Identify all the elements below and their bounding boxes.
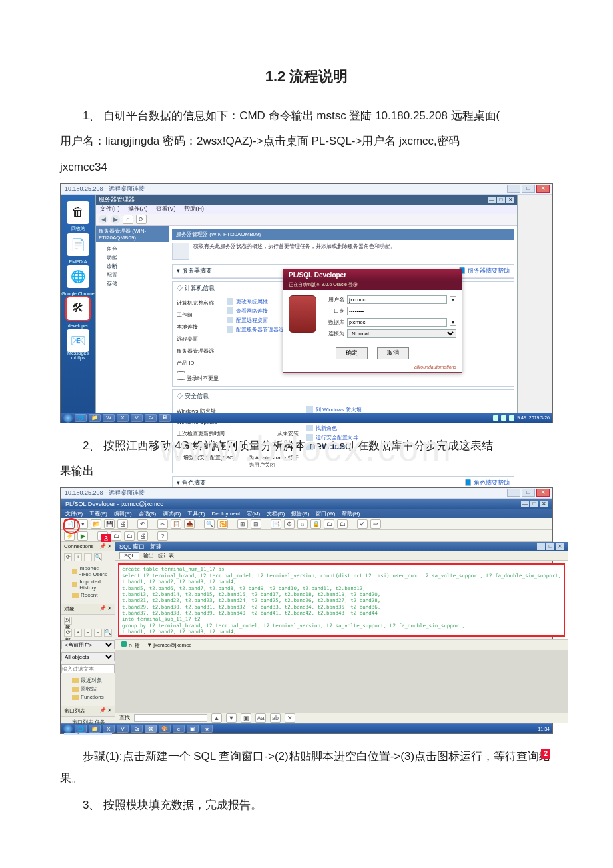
task-app[interactable]: ★ xyxy=(201,725,213,733)
tab-output[interactable]: 输出 xyxy=(143,552,154,559)
user-input[interactable] xyxy=(347,295,447,304)
task-explorer[interactable]: 📁 xyxy=(89,725,101,733)
find-opt-icon[interactable]: ab xyxy=(270,713,281,723)
search-icon[interactable]: 🔍 xyxy=(104,629,112,637)
tree-item[interactable]: Imported History xyxy=(64,578,112,591)
nav-back-icon[interactable]: ◀ xyxy=(99,215,108,224)
find-opt-icon[interactable]: ▣ xyxy=(241,713,251,723)
db-input[interactable] xyxy=(347,318,447,327)
add-icon[interactable]: + xyxy=(74,629,82,637)
minimize-button[interactable]: — xyxy=(507,489,520,497)
pin-icon[interactable]: 📌 ✕ xyxy=(99,543,112,549)
tray-icon[interactable] xyxy=(501,415,506,421)
find-input[interactable] xyxy=(134,714,207,722)
filter-input[interactable] xyxy=(61,664,115,673)
refresh-icon[interactable]: ⟳ xyxy=(64,553,72,561)
menu-file[interactable]: 文件(F) xyxy=(100,205,120,213)
login-ok-button[interactable]: 确定 xyxy=(336,347,368,359)
find-next-icon[interactable]: ▼ xyxy=(226,713,237,723)
link-firewall[interactable]: 到 Windows 防火墙 xyxy=(306,406,362,413)
desktop-icon-emedit[interactable]: 📄EMEDIA xyxy=(67,233,89,256)
user-select[interactable]: <当前用户> xyxy=(61,640,115,649)
add-icon[interactable]: + xyxy=(74,553,82,561)
panel-help-link[interactable]: 📘 服务器摘要帮助 xyxy=(458,267,510,275)
server-manager-menu[interactable]: 文件(F) 操作(A) 查看(V) 帮助(H) xyxy=(96,205,517,214)
commit-icon[interactable]: ✔ xyxy=(357,519,368,529)
plsql-menubar[interactable]: 文件(F) 工程(P) 编辑(E) 会话(S) 调试(D) 工具(T) Depl… xyxy=(61,509,552,518)
task-word[interactable]: W xyxy=(103,414,115,422)
tree-item[interactable]: 功能 xyxy=(100,253,165,262)
cut-icon[interactable]: ✂ xyxy=(157,519,168,529)
task-plsql[interactable]: 🛠 xyxy=(145,725,157,733)
replace-icon[interactable]: 🔁 xyxy=(217,519,228,529)
find-opt-icon[interactable]: Aa xyxy=(255,713,266,723)
toolbar-icon[interactable]: 🔒 xyxy=(310,519,321,529)
menu-session[interactable]: 会话(S) xyxy=(139,510,157,517)
pass-input[interactable] xyxy=(347,307,456,315)
objects-select[interactable]: All objects xyxy=(61,652,115,661)
nav-up-icon[interactable]: ⌂ xyxy=(123,215,133,224)
desktop-icon-plsql[interactable]: 🛠developer xyxy=(67,297,89,320)
tray-icon[interactable] xyxy=(493,415,498,421)
tree-item[interactable]: 配置 xyxy=(100,271,165,279)
sql-tabs[interactable]: SQL 输出 统计表 xyxy=(115,551,568,561)
paste-icon[interactable]: 📥 xyxy=(184,519,195,529)
menu-help[interactable]: 帮助(H) xyxy=(342,510,360,517)
menu-file[interactable]: 文件(F) xyxy=(65,510,83,517)
pin-icon[interactable]: 📌 ✕ xyxy=(99,605,112,613)
window-buttons[interactable]: —□✕ xyxy=(537,543,564,550)
task-chrome[interactable]: 🌐 xyxy=(75,725,87,733)
toolbar-icon[interactable]: ⌂ xyxy=(297,519,308,529)
start-orb-icon[interactable] xyxy=(63,413,73,423)
tray-icon[interactable] xyxy=(509,415,514,421)
menu-tools[interactable]: 工具(T) xyxy=(187,510,205,517)
server-manager-tree[interactable]: 服务器管理器 (WIN-FTI20AQMB09) 角色 功能 诊断 配置 存储 xyxy=(96,226,169,413)
find-prev-icon[interactable]: ▲ xyxy=(211,713,222,723)
toolbar-icon[interactable]: ⊞ xyxy=(237,519,248,529)
nav-refresh-icon[interactable]: ⟳ xyxy=(136,215,147,224)
minimize-button[interactable]: — xyxy=(507,185,520,193)
login-cancel-button[interactable]: 取消 xyxy=(377,347,409,359)
task-ie[interactable]: e xyxy=(173,725,185,733)
remove-icon[interactable]: − xyxy=(84,553,92,561)
plsql-toolbar-2[interactable]: ⚡ ▶ 🗂 🗂 🗂 🖨 ? xyxy=(61,530,552,542)
sql-editor[interactable]: create table terminal_num_11_17 as selec… xyxy=(118,563,565,637)
new-sql-button[interactable]: 📄 xyxy=(64,519,75,529)
menu-report[interactable]: 报告(R) xyxy=(291,510,309,517)
toolbar-icon[interactable]: ⚙ xyxy=(284,519,295,529)
close-button[interactable]: ✕ xyxy=(536,489,550,497)
desktop-icon-recycle[interactable]: 🗑回收站 xyxy=(67,201,89,224)
task-vscode[interactable]: V xyxy=(131,414,143,422)
window-buttons[interactable]: —□✕ xyxy=(521,501,548,507)
menu-macro[interactable]: 宏(M) xyxy=(247,510,260,517)
remote-taskbar[interactable]: 🌐 📁 W X V 🗂 🖥 9:49 2019/3/26 xyxy=(61,413,552,423)
desktop-icon-messages[interactable]: 📧Messages mhttps xyxy=(67,329,89,352)
desktop-icon-chrome[interactable]: 🌐Google Chrome xyxy=(67,265,89,288)
remove-icon[interactable]: − xyxy=(84,629,92,637)
task-chrome[interactable]: 🌐 xyxy=(75,414,87,422)
task-file[interactable]: 🗂 xyxy=(145,414,157,422)
close-button[interactable]: ✕ xyxy=(536,185,550,193)
plsql-toolbar-1[interactable]: 📄 ▾ 📂 💾 🖨 ↶ ✂ 📋 📥 🔍 🔁 ⊞ ⊟ 📑 ⚙ xyxy=(61,518,552,530)
link-newrole[interactable]: 找新角色 xyxy=(306,425,362,432)
status-user[interactable]: ▼ jxcmcc@jxcmcc xyxy=(147,642,191,648)
task-excel[interactable]: X xyxy=(117,414,129,422)
refresh-icon[interactable]: ⟳ xyxy=(64,629,72,637)
rollback-icon[interactable]: ↩ xyxy=(370,519,381,529)
tree-item[interactable]: 回收站 xyxy=(64,685,112,693)
tree-item[interactable]: Imported Fixed Users xyxy=(64,565,112,578)
menu-action[interactable]: 操作(A) xyxy=(128,205,148,213)
toolbar-icon[interactable]: 🗂 xyxy=(124,531,135,541)
find-icon[interactable]: 🔍 xyxy=(204,519,215,529)
task-vscode[interactable]: V xyxy=(117,725,129,733)
checkbox-no-show[interactable]: 登录时不要显 xyxy=(177,371,219,382)
menu-view[interactable]: 查看(V) xyxy=(156,205,176,213)
open-icon[interactable]: 📂 xyxy=(91,519,101,529)
db-dropdown-button[interactable]: ▾ xyxy=(450,319,456,326)
menu-deployment[interactable]: Deployment xyxy=(212,511,241,517)
task-explorer[interactable]: 📁 xyxy=(89,414,101,422)
remote-window-buttons[interactable]: — □ ✕ xyxy=(507,489,550,497)
menu-window[interactable]: 窗口(W) xyxy=(316,510,335,517)
task-excel[interactable]: X xyxy=(103,725,115,733)
tree-item[interactable]: 最近对象 xyxy=(64,676,112,685)
